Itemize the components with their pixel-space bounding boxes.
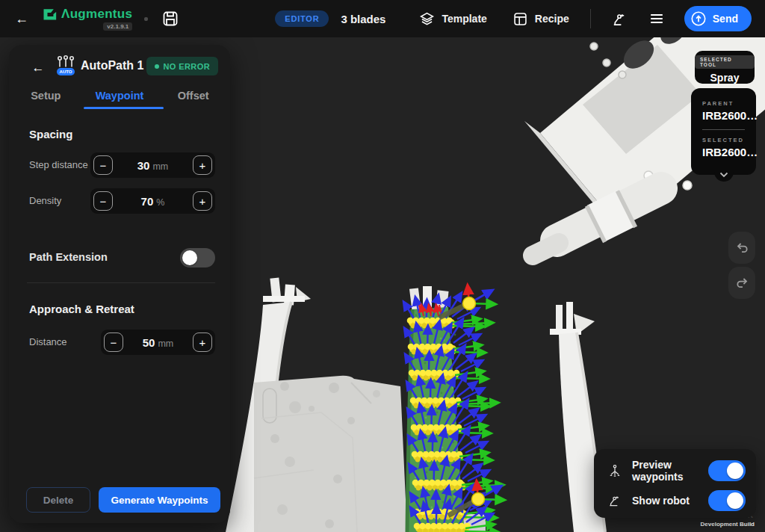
- distance-value[interactable]: 50: [143, 336, 155, 349]
- density-decrement-button[interactable]: −: [93, 191, 113, 211]
- approach-retreat-heading: Approach & Retreat: [29, 303, 134, 315]
- editor-mode-badge: EDITOR: [275, 10, 329, 27]
- topbar-divider: [590, 9, 591, 28]
- hamburger-icon: [648, 10, 665, 27]
- step-distance-row: Step distance − 30 mm +: [29, 152, 215, 178]
- project-title: 3 blades: [341, 13, 385, 25]
- robot-arm-icon: [610, 10, 628, 28]
- dot-separator: [144, 17, 148, 21]
- toggle-knob: [727, 492, 743, 509]
- section-divider: [27, 282, 215, 283]
- selected-tool-header: SELECTED TOOL: [695, 55, 755, 69]
- toggle-knob: [727, 463, 743, 479]
- save-button[interactable]: [161, 10, 179, 28]
- distance-increment-button[interactable]: +: [193, 332, 212, 352]
- toggle-knob: [182, 250, 197, 265]
- augmentus-logo-icon: [42, 7, 57, 22]
- brand-name: Λugmentus: [61, 7, 132, 22]
- redo-button[interactable]: [728, 267, 755, 299]
- autopath-panel: ← AUTO AutoPath 1 NO ERROR Setup Waypoin…: [9, 45, 230, 523]
- tab-setup[interactable]: Setup: [9, 90, 83, 109]
- layers-icon: [419, 11, 435, 27]
- density-label: Density: [29, 194, 61, 208]
- version-badge: v2.1.9.1: [103, 22, 132, 31]
- show-robot-label: Show robot: [632, 495, 708, 507]
- development-build-label: Development Build: [701, 521, 755, 528]
- path-extension-label: Path Extension: [29, 250, 108, 265]
- density-value[interactable]: 70: [141, 195, 154, 208]
- active-tab-underline: [84, 107, 164, 109]
- selected-label: SELECTED: [702, 137, 756, 143]
- save-icon: [161, 10, 179, 28]
- send-label: Send: [713, 13, 738, 25]
- robot-button[interactable]: [610, 10, 628, 28]
- distance-row: Distance − 50 mm +: [29, 330, 215, 355]
- selected-value: IRB2600…: [702, 146, 756, 158]
- density-unit: %: [156, 197, 164, 208]
- template-button[interactable]: Template: [419, 11, 486, 27]
- show-robot-toggle[interactable]: [708, 490, 746, 511]
- autopath-icon: AUTO: [55, 55, 76, 82]
- svg-text:AUTO: AUTO: [60, 69, 72, 74]
- selection-card[interactable]: PARENT IRB2600… SELECTED IRB2600…: [691, 88, 756, 175]
- step-distance-label: Step distance: [29, 158, 88, 172]
- show-robot-row: Show robot: [606, 488, 746, 513]
- step-distance-increment-button[interactable]: +: [193, 155, 212, 175]
- parent-value: IRB2600…: [702, 109, 756, 122]
- selected-tool-card[interactable]: SELECTED TOOL Spray: [695, 51, 755, 84]
- distance-stepper: − 50 mm +: [101, 330, 215, 355]
- selected-tool-name: Spray: [710, 72, 740, 84]
- density-stepper: − 70 % +: [90, 188, 215, 214]
- send-arrow-icon: [690, 10, 707, 27]
- top-bar: ← Λugmentus v2.1.9.1 EDITOR 3 blades Tem…: [0, 0, 765, 37]
- preview-waypoints-row: Preview waypoints: [606, 458, 746, 483]
- undo-button[interactable]: [728, 232, 755, 264]
- template-label: Template: [442, 13, 486, 25]
- preview-waypoints-toggle[interactable]: [708, 460, 746, 481]
- recipe-button[interactable]: Recipe: [512, 11, 569, 27]
- preview-waypoints-label: Preview waypoints: [632, 459, 708, 483]
- distance-label: Distance: [29, 335, 67, 349]
- distance-unit: mm: [158, 338, 173, 349]
- view-options-panel: Preview waypoints Show robot: [594, 449, 756, 518]
- spacing-heading: Spacing: [29, 128, 72, 140]
- tab-offset[interactable]: Offset: [156, 90, 230, 109]
- status-dot-icon: [155, 64, 159, 69]
- distance-decrement-button[interactable]: −: [104, 332, 123, 352]
- redo-icon: [735, 276, 749, 290]
- density-increment-button[interactable]: +: [193, 191, 212, 211]
- brand-logo: Λugmentus v2.1.9.1: [42, 7, 132, 31]
- density-row: Density − 70 % +: [29, 188, 215, 214]
- status-badge: NO ERROR: [146, 57, 218, 75]
- recipe-icon: [512, 11, 528, 27]
- generate-waypoints-button[interactable]: Generate Waypoints: [99, 487, 220, 513]
- step-distance-decrement-button[interactable]: −: [93, 155, 113, 175]
- step-distance-stepper: − 30 mm +: [90, 152, 215, 178]
- panel-back-button[interactable]: ←: [28, 58, 48, 78]
- step-distance-unit: mm: [152, 161, 168, 172]
- hamburger-menu-button[interactable]: [648, 10, 665, 27]
- path-extension-toggle[interactable]: [180, 248, 215, 267]
- panel-title: AutoPath 1: [81, 59, 143, 72]
- chevron-down-icon: [719, 172, 728, 178]
- card-divider: [702, 129, 745, 130]
- step-distance-value[interactable]: 30: [137, 159, 150, 172]
- waypoints-icon: [606, 463, 624, 478]
- delete-button[interactable]: Delete: [26, 487, 90, 513]
- undo-icon: [735, 241, 749, 255]
- robot-icon: [606, 493, 624, 508]
- parent-label: PARENT: [702, 100, 756, 107]
- path-extension-row: Path Extension: [29, 248, 215, 267]
- recipe-label: Recipe: [535, 13, 569, 25]
- send-button[interactable]: Send: [684, 6, 752, 31]
- back-button[interactable]: ←: [12, 9, 31, 28]
